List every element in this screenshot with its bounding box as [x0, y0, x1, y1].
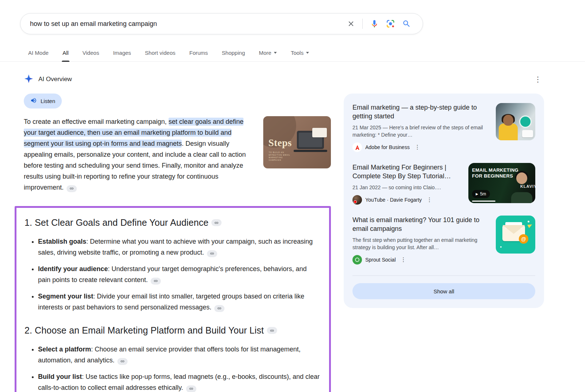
tab-ai-mode[interactable]: AI Mode [27, 43, 49, 61]
citation-link-chip[interactable] [186, 385, 196, 392]
image-caption: TO BUILD AN EFFECTIVE EMAIL MARKETING CA… [269, 151, 294, 161]
video-duration-badge: ▶ 5m [472, 190, 490, 198]
sources-panel: Email marketing — a step-by-step guide t… [344, 94, 544, 308]
presenter-illustration [516, 172, 527, 184]
ai-overview-image[interactable]: Steps TO BUILD AN EFFECTIVE EMAIL MARKET… [263, 116, 331, 168]
lens-search-button[interactable] [382, 19, 399, 28]
card-menu-button[interactable]: ⋮ [427, 197, 433, 203]
annotation-highlight-box: 1. Set Clear Goals and Define Your Audie… [15, 206, 331, 392]
show-all-button[interactable]: Show all [352, 283, 535, 299]
citation-link-chip[interactable] [207, 250, 217, 257]
sprout-social-logo-icon [352, 255, 362, 264]
citation-link-chip[interactable] [117, 358, 128, 365]
list-item: Select a platform: Choose an email servi… [38, 344, 320, 366]
source-title[interactable]: Email Marketing For Beginners | Complete… [352, 163, 463, 180]
list-item: Establish goals: Determine what you want… [38, 236, 320, 258]
source-title[interactable]: Email marketing — a step-by-step guide t… [352, 103, 490, 121]
source-snippet: 21 Jan 2022 — so coming into Claio.… [352, 184, 463, 191]
results-main: AI Overview ⋮ Listen To create an effect… [24, 73, 544, 392]
chevron-down-icon [274, 52, 277, 54]
tab-more[interactable]: More [258, 43, 278, 61]
close-icon [347, 20, 355, 28]
source-card[interactable]: Email marketing — a step-by-step guide t… [352, 103, 535, 152]
video-progress-bar [472, 201, 495, 202]
tab-shopping[interactable]: Shopping [221, 43, 246, 61]
citation-link-chip[interactable] [67, 185, 77, 192]
tab-forums[interactable]: Forums [189, 43, 209, 61]
at-symbol-icon: @ [519, 234, 528, 244]
citation-link-chip[interactable] [267, 327, 277, 334]
divider [362, 19, 363, 29]
chevron-down-icon [306, 52, 309, 54]
source-name: Adobe for Business [365, 144, 410, 150]
tab-short-videos[interactable]: Short videos [144, 43, 176, 61]
link-icon [270, 328, 274, 333]
tab-tools[interactable]: Tools [290, 43, 310, 61]
article-thumbnail [496, 103, 535, 140]
tab-all[interactable]: All [62, 43, 69, 61]
youtube-channel-avatar [352, 195, 362, 205]
link-icon [210, 251, 214, 256]
paper-plane-icon [527, 223, 533, 228]
search-button[interactable] [399, 19, 415, 28]
divider [352, 275, 535, 276]
list-item: Build your list: Use tactics like pop-up… [38, 371, 320, 392]
citation-link-chip[interactable] [211, 219, 222, 226]
google-lens-icon [386, 19, 395, 28]
ai-overview-header: AI Overview ⋮ [24, 73, 544, 85]
link-icon [154, 279, 158, 283]
section-heading-1: 1. Set Clear Goals and Define Your Audie… [24, 217, 320, 228]
section-heading-2: 2. Choose an Email Marketing Platform an… [24, 325, 320, 336]
ai-sparkle-icon [24, 74, 34, 85]
citation-link-chip[interactable] [151, 278, 161, 285]
video-thumbnail[interactable]: EMAIL MARKETING FOR BEGINNERS KLAVIYO ▶ … [468, 163, 535, 203]
card-menu-button[interactable]: ⋮ [414, 144, 420, 150]
search-input[interactable] [30, 20, 343, 28]
ai-overview-body: Listen To create an effective email mark… [24, 94, 331, 392]
voice-search-button[interactable] [366, 19, 382, 28]
presenter-illustration [511, 192, 532, 203]
listen-label: Listen [41, 98, 55, 104]
list-item: Identify your audience: Understand your … [38, 263, 320, 285]
link-icon [69, 186, 74, 191]
bullet-list-1: Establish goals: Determine what you want… [24, 236, 320, 313]
link-icon [217, 306, 222, 311]
results-tab-bar: AI Mode All Videos Images Short videos F… [0, 43, 585, 62]
source-name: Sprout Social [365, 257, 396, 263]
listen-button[interactable]: Listen [24, 94, 62, 109]
source-card[interactable]: What is email marketing? Your 101 guide … [352, 216, 535, 264]
paragraph-text: . Design visually appealing emails, pers… [24, 140, 246, 191]
search-bar [20, 13, 423, 34]
bullet-list-2: Select a platform: Choose an email servi… [24, 344, 320, 392]
clear-search-button[interactable] [343, 20, 359, 28]
adobe-logo-icon [352, 142, 362, 152]
card-menu-button[interactable]: ⋮ [400, 257, 406, 263]
ai-overview-paragraph: To create an effective email marketing c… [24, 116, 250, 193]
source-card[interactable]: Email Marketing For Beginners | Complete… [352, 163, 535, 205]
search-icon [402, 19, 411, 28]
tab-images[interactable]: Images [112, 43, 132, 61]
source-title[interactable]: What is email marketing? Your 101 guide … [352, 216, 490, 233]
more-options-button[interactable]: ⋮ [531, 74, 544, 84]
source-snippet: The first step when putting together an … [352, 236, 490, 251]
source-name: YouTube · Davie Fogarty [365, 197, 422, 203]
source-snippet: 21 Mar 2025 — Here's a brief review of t… [352, 124, 490, 138]
link-icon [189, 387, 193, 391]
list-item: Segment your list: Divide your email lis… [38, 291, 320, 313]
play-icon: ▶ [476, 192, 478, 196]
brand-watermark: KLAVIYO [520, 184, 535, 189]
tab-videos[interactable]: Videos [82, 43, 100, 61]
video-thumbnail-title: EMAIL MARKETING FOR BEGINNERS [472, 167, 518, 179]
speaker-icon [30, 97, 37, 105]
link-icon [214, 221, 219, 225]
paragraph-text: To create an effective email marketing c… [24, 118, 169, 125]
youtube-icon [354, 200, 357, 203]
link-icon [120, 359, 125, 364]
illustration-thumbnail: @ [496, 216, 535, 254]
citation-link-chip[interactable] [214, 305, 224, 312]
ai-overview-title: AI Overview [38, 76, 72, 83]
image-title: Steps [268, 137, 292, 149]
envelope-illustration: @ [502, 225, 525, 241]
laptop-illustration [294, 131, 327, 152]
microphone-icon [370, 19, 379, 28]
